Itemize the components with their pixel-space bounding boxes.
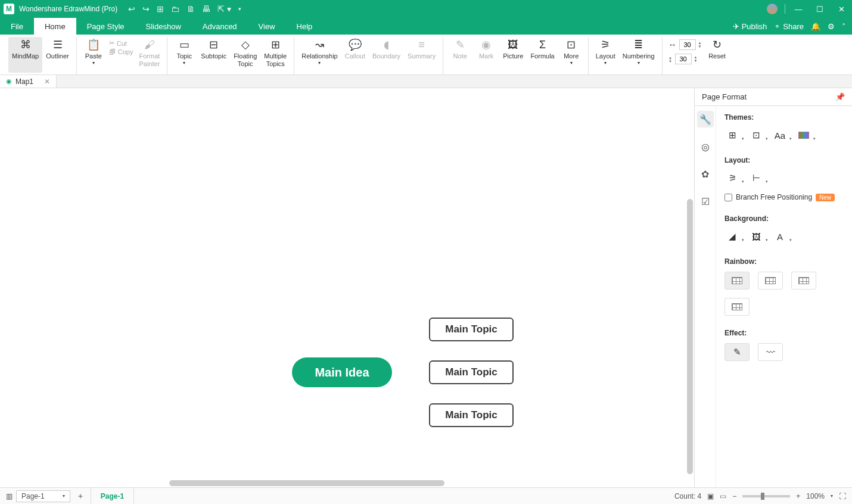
reset-button[interactable]: ↻Reset	[704, 37, 730, 73]
document-tab-icon: ◉	[6, 77, 12, 85]
width-spin[interactable]: ↔▲▼	[668, 39, 702, 50]
qat-more-icon[interactable]: ▾	[238, 6, 241, 12]
open-icon[interactable]: 🗀	[171, 4, 179, 14]
vertical-scrollbar[interactable]	[687, 199, 693, 474]
share-button[interactable]: ⚬ Share	[774, 22, 804, 31]
zoom-dropdown-icon[interactable]: ▾	[831, 493, 833, 499]
zoom-out-icon[interactable]: −	[732, 492, 736, 500]
central-topic[interactable]: Main Idea	[292, 357, 392, 387]
page-list-icon[interactable]: ▥	[6, 492, 13, 500]
pin-icon[interactable]: 📌	[835, 92, 845, 101]
main-topic-2[interactable]: Main Topic	[429, 360, 514, 384]
document-tab[interactable]: ◉ Map1 ✕	[0, 75, 57, 88]
rainbow-opt-1[interactable]	[724, 272, 750, 290]
print-icon[interactable]: 🖶	[202, 4, 210, 14]
menu-slideshow[interactable]: Slideshow	[135, 18, 192, 35]
user-avatar[interactable]	[767, 4, 778, 14]
width-input[interactable]	[679, 39, 696, 50]
zoom-in-icon[interactable]: +	[796, 492, 800, 500]
new-icon[interactable]: ⊞	[157, 4, 164, 14]
watermark-button[interactable]: A	[772, 229, 788, 244]
branch-free-input[interactable]	[724, 194, 732, 201]
menu-advanced[interactable]: Advanced	[192, 18, 248, 35]
picture-button[interactable]: 🖼Picture	[499, 37, 527, 73]
close-button[interactable]: ✕	[831, 5, 852, 14]
summary-button[interactable]: ≡Summary	[404, 37, 439, 73]
theme-color-button[interactable]: ⊡	[748, 127, 764, 143]
height-input[interactable]	[675, 54, 692, 64]
callout-button[interactable]: 💬Callout	[341, 37, 369, 73]
collapse-ribbon-icon[interactable]: ˄	[842, 22, 846, 31]
bg-color-button[interactable]: ◢	[724, 229, 740, 244]
bg-image-button[interactable]: 🖼	[748, 229, 764, 244]
mark-button[interactable]: ◉Mark	[473, 37, 499, 73]
menu-help[interactable]: Help	[286, 18, 324, 35]
canvas[interactable]: Main Idea Main Topic Main Topic Main Top…	[0, 88, 694, 487]
export-icon[interactable]: ⇱ ▾	[217, 4, 231, 14]
height-spin[interactable]: ↕▲▼	[668, 54, 702, 64]
count-label: Count: 4	[674, 492, 701, 500]
minimize-button[interactable]: ―	[788, 5, 809, 14]
publish-button[interactable]: ✈ Publish	[733, 22, 767, 31]
effect-opt-1[interactable]: ✎	[724, 343, 750, 361]
copy-button[interactable]: 🗐Copy	[109, 48, 133, 55]
zoom-slider[interactable]	[742, 495, 790, 497]
reset-icon: ↻	[713, 38, 722, 51]
menu-home[interactable]: Home	[34, 18, 76, 35]
floating-topic-button[interactable]: ◇Floating Topic	[230, 37, 260, 73]
menu-view[interactable]: View	[248, 18, 286, 35]
numbering-button[interactable]: ≣Numbering▾	[619, 37, 658, 73]
rainbow-opt-3[interactable]	[791, 272, 816, 290]
mindmap-button[interactable]: ⌘MindMap	[8, 37, 42, 73]
theme-font-button[interactable]: Aa	[772, 127, 788, 143]
more-button[interactable]: ⊡More▾	[558, 37, 584, 73]
connector-style-button[interactable]: ⊢	[748, 170, 764, 186]
notifications-icon[interactable]: 🔔	[811, 22, 820, 31]
redo-icon[interactable]: ↪	[142, 4, 150, 14]
format-painter-button[interactable]: 🖌Format Painter	[135, 37, 163, 73]
page-select[interactable]: Page-1▾	[16, 490, 70, 502]
rainbow-opt-2[interactable]	[758, 272, 783, 290]
theme-palette-button[interactable]	[796, 127, 811, 143]
document-tabs: ◉ Map1 ✕	[0, 75, 852, 88]
add-page-button[interactable]: ＋	[74, 491, 87, 502]
paste-button[interactable]: 📋Paste▾	[80, 37, 107, 73]
effect-opt-2[interactable]: 〰	[758, 343, 783, 361]
panel-tab-tasks[interactable]: ☑	[697, 193, 714, 210]
topic-button[interactable]: ▭Topic▾	[171, 37, 197, 73]
new-badge: New	[816, 194, 835, 201]
rainbow-opt-4[interactable]	[724, 298, 750, 316]
panel-tab-format[interactable]: 🔧	[697, 111, 714, 127]
relationship-button[interactable]: ↝Relationship▾	[298, 37, 341, 73]
formula-button[interactable]: ΣFormula	[527, 37, 558, 73]
main-topic-3[interactable]: Main Topic	[429, 403, 514, 427]
boundary-button[interactable]: ◖Boundary	[369, 37, 404, 73]
horizontal-scrollbar[interactable]	[169, 480, 444, 486]
outliner-button[interactable]: ☰Outliner	[42, 37, 73, 73]
branch-free-checkbox[interactable]: Branch Free Positioning New	[724, 193, 844, 201]
note-button[interactable]: ✎Note	[447, 37, 473, 73]
page-tab[interactable]: Page-1	[91, 488, 134, 505]
menu-file[interactable]: File	[0, 18, 34, 35]
theme-preset-button[interactable]: ⊞	[724, 127, 740, 143]
subtopic-button[interactable]: ⊟Subtopic	[197, 37, 230, 73]
fullscreen-icon[interactable]: ⛶	[839, 492, 846, 500]
fit-width-icon[interactable]: ▭	[720, 492, 726, 500]
close-tab-icon[interactable]: ✕	[44, 77, 50, 86]
cut-button[interactable]: ✂Cut	[109, 39, 133, 47]
layout-type-button[interactable]: ⚞	[724, 170, 740, 186]
fit-page-icon[interactable]: ▣	[707, 492, 714, 500]
layout-button[interactable]: ⚞Layout▾	[592, 37, 619, 73]
main-topic-1[interactable]: Main Topic	[429, 318, 514, 341]
multiple-topics-button[interactable]: ⊞Multiple Topics	[260, 37, 290, 73]
menu-page-style[interactable]: Page Style	[76, 18, 135, 35]
panel-tab-style[interactable]: ◎	[697, 138, 714, 155]
maximize-button[interactable]: ☐	[809, 5, 831, 14]
main-area: Main Idea Main Topic Main Topic Main Top…	[0, 88, 852, 487]
mark-icon: ◉	[481, 38, 491, 51]
save-icon[interactable]: 🗎	[186, 4, 195, 14]
layout-icon: ⚞	[601, 38, 610, 51]
settings-icon[interactable]: ⚙	[828, 22, 835, 31]
undo-icon[interactable]: ↩	[128, 4, 135, 14]
panel-tab-cliparts[interactable]: ✿	[697, 166, 714, 182]
